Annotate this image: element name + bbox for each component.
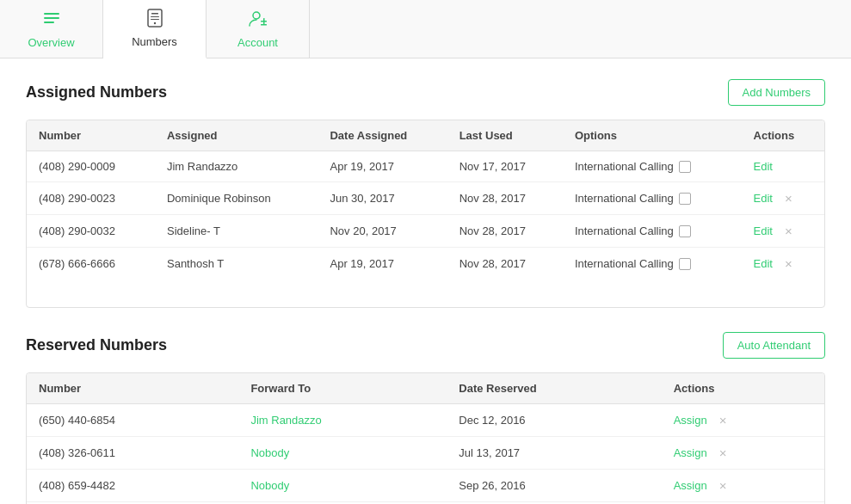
- assigned-numbers-table: Number Assigned Date Assigned Last Used …: [27, 120, 824, 280]
- tab-account-label: Account: [237, 36, 278, 49]
- international-calling-checkbox[interactable]: [679, 258, 691, 270]
- remove-reserved-button[interactable]: ×: [719, 446, 727, 460]
- col-last-used: Last Used: [447, 120, 563, 151]
- remove-assigned-button[interactable]: ×: [785, 191, 792, 206]
- international-calling-checkbox[interactable]: [679, 225, 691, 237]
- reserved-number-cell: (408) 659-4482: [27, 470, 238, 502]
- svg-rect-1: [44, 17, 59, 19]
- col-assigned: Assigned: [155, 120, 318, 151]
- svg-rect-5: [151, 16, 159, 17]
- actions-cell: Edit ×: [742, 182, 824, 215]
- numbers-icon: [146, 9, 163, 32]
- assigned-number-cell: (408) 290-0032: [27, 215, 155, 248]
- international-calling-label: International Calling: [575, 192, 674, 205]
- auto-attendant-button[interactable]: Auto Attendant: [723, 332, 825, 359]
- svg-point-7: [153, 22, 155, 24]
- reserved-numbers-table: Number Forward To Date Reserved Actions …: [27, 373, 824, 504]
- res-col-forward-to: Forward To: [238, 373, 447, 404]
- date-assigned-cell: Apr 19, 2017: [318, 151, 447, 182]
- edit-button[interactable]: Edit: [754, 257, 773, 270]
- options-cell: International Calling: [563, 215, 742, 248]
- svg-rect-2: [44, 22, 54, 23]
- account-icon: [248, 9, 268, 33]
- remove-reserved-button[interactable]: ×: [719, 478, 727, 493]
- international-calling-checkbox[interactable]: [679, 161, 691, 173]
- options-cell: International Calling: [563, 182, 742, 215]
- svg-rect-10: [261, 24, 267, 26]
- svg-point-8: [253, 12, 260, 19]
- res-col-number: Number: [27, 373, 238, 404]
- reserved-numbers-table-wrapper: Number Forward To Date Reserved Actions …: [26, 372, 825, 504]
- forward-to-link[interactable]: Nobody: [250, 446, 289, 459]
- col-actions: Actions: [742, 120, 824, 151]
- assigned-numbers-title: Assigned Numbers: [26, 83, 167, 101]
- last-used-cell: Nov 28, 2017: [447, 215, 563, 248]
- forward-to-cell[interactable]: Nobody: [238, 470, 447, 502]
- options-cell: International Calling: [563, 151, 742, 182]
- assigned-number-cell: (408) 290-0023: [27, 182, 155, 215]
- date-assigned-cell: Nov 20, 2017: [318, 215, 447, 248]
- remove-assigned-button[interactable]: ×: [785, 256, 792, 271]
- assign-button[interactable]: Assign: [674, 446, 707, 459]
- forward-to-link[interactable]: Jim Randazzo: [250, 414, 321, 427]
- assigned-number-cell: (408) 290-0009: [27, 151, 155, 182]
- reserved-numbers-title: Reserved Numbers: [26, 336, 167, 354]
- tab-numbers[interactable]: Numbers: [103, 0, 207, 58]
- tabs-bar: Overview Numbers Account: [0, 0, 851, 58]
- assigned-person-cell: Jim Randazzo: [155, 151, 318, 182]
- international-calling-label: International Calling: [575, 224, 674, 237]
- date-reserved-cell: Dec 12, 2016: [447, 404, 661, 437]
- remove-reserved-button[interactable]: ×: [719, 413, 727, 427]
- edit-button[interactable]: Edit: [754, 224, 773, 237]
- overview-icon: [42, 9, 61, 33]
- assign-button[interactable]: Assign: [674, 479, 707, 492]
- col-number: Number: [27, 120, 155, 151]
- reserved-row: (408) 659-4482 Nobody Sep 26, 2016 Assig…: [27, 470, 824, 502]
- col-options: Options: [563, 120, 742, 151]
- col-date-assigned: Date Assigned: [318, 120, 447, 151]
- assigned-person-cell: Sideline- T: [155, 215, 318, 248]
- edit-button[interactable]: Edit: [754, 192, 773, 205]
- assigned-row: (408) 290-0009 Jim Randazzo Apr 19, 2017…: [27, 151, 824, 182]
- tab-account[interactable]: Account: [207, 0, 310, 58]
- assigned-numbers-table-wrapper: Number Assigned Date Assigned Last Used …: [26, 120, 825, 308]
- tab-overview[interactable]: Overview: [0, 0, 103, 58]
- actions-cell: Edit: [742, 151, 824, 182]
- actions-cell: Edit ×: [742, 248, 824, 280]
- date-assigned-cell: Apr 19, 2017: [318, 248, 447, 280]
- reserved-row: (408) 326-0611 Nobody Jul 13, 2017 Assig…: [27, 437, 824, 470]
- res-col-actions: Actions: [662, 373, 824, 404]
- assigned-number-cell: (678) 666-6666: [27, 248, 155, 280]
- tab-numbers-label: Numbers: [132, 35, 177, 48]
- svg-rect-6: [151, 19, 159, 20]
- main-content: Assigned Numbers Add Numbers Number Assi…: [0, 58, 851, 504]
- edit-button[interactable]: Edit: [754, 160, 773, 173]
- forward-to-cell[interactable]: Nobody: [238, 437, 447, 470]
- svg-rect-0: [44, 13, 59, 15]
- add-numbers-button[interactable]: Add Numbers: [728, 79, 825, 106]
- reserved-actions-cell: Assign ×: [662, 404, 824, 437]
- assigned-person-cell: Santhosh T: [155, 248, 318, 280]
- assigned-row: (408) 290-0023 Dominique Robinson Jun 30…: [27, 182, 824, 215]
- reserved-numbers-header: Reserved Numbers Auto Attendant: [26, 332, 825, 359]
- assign-button[interactable]: Assign: [674, 414, 707, 427]
- options-cell: International Calling: [563, 248, 742, 280]
- assigned-numbers-header: Assigned Numbers Add Numbers: [26, 79, 825, 106]
- reserved-actions-cell: Assign ×: [662, 470, 824, 502]
- international-calling-checkbox[interactable]: [679, 193, 691, 205]
- assigned-person-cell: Dominique Robinson: [155, 182, 318, 215]
- tab-overview-label: Overview: [28, 36, 74, 49]
- last-used-cell: Nov 28, 2017: [447, 182, 563, 215]
- reserved-numbers-header-row: Number Forward To Date Reserved Actions: [27, 373, 824, 404]
- forward-to-cell[interactable]: Jim Randazzo: [238, 404, 447, 437]
- svg-rect-4: [151, 13, 158, 15]
- last-used-cell: Nov 28, 2017: [447, 248, 563, 280]
- forward-to-link[interactable]: Nobody: [250, 479, 289, 492]
- international-calling-label: International Calling: [575, 257, 674, 270]
- remove-assigned-button[interactable]: ×: [785, 224, 792, 238]
- assigned-row: (678) 666-6666 Santhosh T Apr 19, 2017 N…: [27, 248, 824, 280]
- svg-rect-11: [263, 18, 265, 24]
- assigned-numbers-header-row: Number Assigned Date Assigned Last Used …: [27, 120, 824, 151]
- assigned-row: (408) 290-0032 Sideline- T Nov 20, 2017 …: [27, 215, 824, 248]
- reserved-number-cell: (650) 440-6854: [27, 404, 238, 437]
